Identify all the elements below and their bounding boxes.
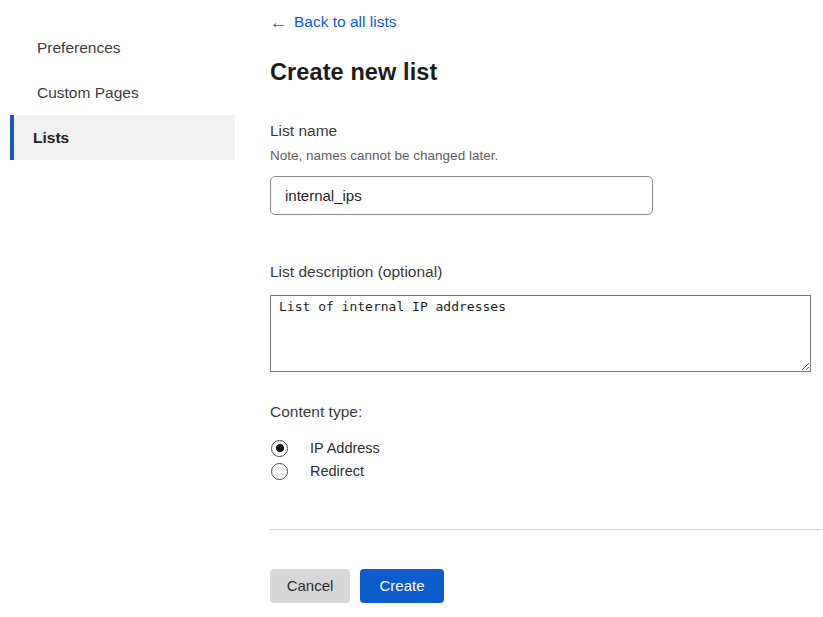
sidebar-item-label: Lists [33, 129, 69, 147]
radio-option-ip-address[interactable]: IP Address [270, 437, 823, 460]
content-type-radio-group: IP Address Redirect [270, 437, 823, 483]
radio-option-label[interactable]: IP Address [310, 440, 380, 456]
page-title: Create new list [270, 59, 823, 86]
back-arrow-icon: ← [270, 14, 287, 31]
cancel-button[interactable]: Cancel [270, 569, 350, 603]
list-name-note: Note, names cannot be changed later. [270, 148, 823, 163]
create-button[interactable]: Create [360, 569, 444, 603]
sidebar-item-label: Preferences [37, 39, 121, 57]
radio-button-icon[interactable] [271, 440, 288, 457]
sidebar-item-lists[interactable]: Lists [10, 115, 235, 160]
back-to-all-lists-link[interactable]: ← Back to all lists [270, 13, 397, 31]
app-window: Preferences Custom Pages Lists ← Back to… [0, 0, 823, 617]
list-description-label: List description (optional) [270, 263, 823, 281]
radio-button-icon[interactable] [271, 463, 288, 480]
sidebar-item-label: Custom Pages [37, 84, 139, 102]
create-list-panel: ← Back to all lists Create new list List… [270, 0, 823, 617]
content-type-label: Content type: [270, 403, 823, 421]
sidebar-item-custom-pages[interactable]: Custom Pages [10, 70, 235, 115]
footer-divider [270, 529, 822, 530]
radio-option-redirect[interactable]: Redirect [270, 460, 823, 483]
sidebar-item-preferences[interactable]: Preferences [10, 25, 235, 70]
footer-actions: Cancel Create [270, 569, 823, 603]
settings-sidebar: Preferences Custom Pages Lists [0, 0, 250, 617]
radio-option-label[interactable]: Redirect [310, 463, 364, 479]
list-name-input[interactable] [270, 176, 653, 215]
list-description-textarea[interactable]: List of internal IP addresses [270, 295, 811, 372]
list-name-label: List name [270, 122, 823, 140]
back-link-label: Back to all lists [294, 13, 397, 31]
